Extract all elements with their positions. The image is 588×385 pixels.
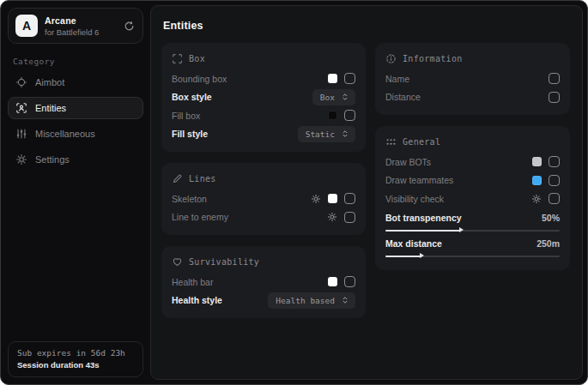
- draw-teammates-checkbox[interactable]: [549, 175, 560, 186]
- row-draw-bots: Draw BOTs: [385, 153, 560, 171]
- pencil-icon: [172, 173, 183, 184]
- refresh-icon[interactable]: [123, 20, 136, 33]
- card-information: Information Name Distance: [375, 43, 570, 115]
- row-bounding-box: Bounding box: [172, 69, 355, 88]
- app-subtitle: for Battlefield 6: [45, 27, 116, 37]
- bounding-box-checkbox[interactable]: [344, 73, 355, 84]
- row-health-style: Health style Health based: [172, 292, 355, 310]
- category-label: Category: [13, 57, 138, 66]
- card-title: Box: [189, 54, 205, 63]
- sub-expiry-text: Sub expires in 56d 23h: [17, 348, 134, 358]
- bot-transparency-value: 50%: [542, 213, 560, 223]
- gear-icon: [15, 153, 27, 165]
- unfold-icon: [341, 296, 349, 304]
- row-line-to-enemy: Line to enemy: [172, 208, 355, 227]
- card-general: General Draw BOTs Draw teammates Visibil…: [375, 126, 570, 270]
- slider-fill: [385, 256, 421, 257]
- info-icon: [385, 53, 397, 64]
- sidebar-item-label: Miscellaneous: [35, 129, 95, 139]
- card-title: Survivability: [189, 257, 259, 267]
- fill-style-dropdown[interactable]: Static: [298, 126, 355, 142]
- row-visibility-check: Visibility check: [385, 189, 560, 208]
- box-style-dropdown[interactable]: Box: [312, 89, 355, 105]
- grid-icon: [385, 136, 397, 147]
- app-header: A Arcane for Battlefield 6: [8, 8, 143, 44]
- skeleton-settings-gear-icon[interactable]: [311, 194, 321, 204]
- health-style-dropdown[interactable]: Health based: [268, 292, 355, 309]
- sidebar-nav: Aimbot Entities Miscellaneous Settings: [8, 71, 143, 171]
- card-box: Box Bounding box Box style Box: [161, 43, 366, 152]
- row-fill-box: Fill box: [172, 106, 355, 125]
- health-bar-checkbox[interactable]: [344, 276, 355, 287]
- page-title: Entities: [163, 20, 570, 32]
- row-draw-teammates: Draw teammates: [385, 171, 560, 190]
- fill-box-color-swatch[interactable]: [328, 111, 337, 120]
- draw-teammates-color-swatch[interactable]: [532, 176, 542, 185]
- row-fill-style: Fill style Static: [172, 125, 355, 144]
- bot-transparency-slider[interactable]: [385, 230, 560, 232]
- sidebar-item-label: Entities: [35, 103, 66, 113]
- sidebar-item-label: Aimbot: [35, 77, 64, 87]
- row-box-style: Box style Box: [172, 88, 355, 107]
- health-bar-color-swatch[interactable]: [328, 277, 337, 286]
- main-panel: Entities Box Bounding box Box style: [150, 5, 583, 380]
- line-to-enemy-settings-gear-icon[interactable]: [327, 212, 337, 222]
- sidebar-item-miscellaneous[interactable]: Miscellaneous: [8, 123, 143, 145]
- card-title: General: [403, 137, 440, 147]
- app-name: Arcane: [45, 15, 116, 26]
- session-duration-text: Session duration 43s: [17, 360, 134, 370]
- sidebar-item-settings[interactable]: Settings: [8, 148, 143, 171]
- entity-scan-icon: [15, 102, 27, 114]
- heart-icon: [172, 256, 183, 268]
- max-distance-slider[interactable]: [385, 256, 560, 257]
- app-window: A Arcane for Battlefield 6 Category Aimb…: [0, 0, 588, 385]
- sidebar: A Arcane for Battlefield 6 Category Aimb…: [1, 1, 150, 384]
- row-distance: Distance: [385, 88, 560, 107]
- card-survivability: Survivability Health bar Health style He…: [161, 246, 366, 318]
- bounding-box-color-swatch[interactable]: [328, 74, 337, 83]
- visibility-check-settings-gear-icon[interactable]: [531, 194, 542, 204]
- max-distance-value: 250m: [536, 238, 560, 249]
- unfold-icon: [341, 93, 349, 101]
- visibility-check-checkbox[interactable]: [549, 193, 560, 204]
- card-title: Information: [403, 54, 463, 63]
- bot-transparency-slider-group: Bot transpenency 50%: [385, 210, 560, 232]
- draw-bots-color-swatch[interactable]: [532, 157, 542, 166]
- unfold-icon: [341, 129, 349, 138]
- skeleton-color-swatch[interactable]: [328, 194, 337, 203]
- row-name: Name: [385, 69, 560, 88]
- row-skeleton: Skeleton: [172, 189, 355, 208]
- sidebar-item-label: Settings: [35, 154, 70, 165]
- draw-bots-checkbox[interactable]: [549, 156, 560, 167]
- slider-fill: [385, 230, 460, 232]
- box-scan-icon: [172, 53, 183, 64]
- crosshair-icon: [15, 76, 27, 88]
- subscription-info: Sub expires in 56d 23h Session duration …: [8, 341, 143, 377]
- skeleton-checkbox[interactable]: [344, 193, 355, 204]
- sidebar-item-entities[interactable]: Entities: [8, 97, 143, 119]
- card-lines: Lines Skeleton Line to enemy: [161, 163, 366, 235]
- row-health-bar: Health bar: [172, 273, 355, 292]
- max-distance-slider-group: Max distance 250m: [385, 236, 560, 257]
- distance-checkbox[interactable]: [549, 92, 560, 103]
- app-logo: A: [15, 15, 38, 37]
- fill-box-checkbox[interactable]: [344, 110, 355, 121]
- line-to-enemy-checkbox[interactable]: [344, 212, 355, 223]
- card-title: Lines: [189, 174, 216, 183]
- name-checkbox[interactable]: [549, 73, 560, 84]
- sliders-icon: [15, 128, 27, 140]
- sidebar-item-aimbot[interactable]: Aimbot: [8, 71, 143, 93]
